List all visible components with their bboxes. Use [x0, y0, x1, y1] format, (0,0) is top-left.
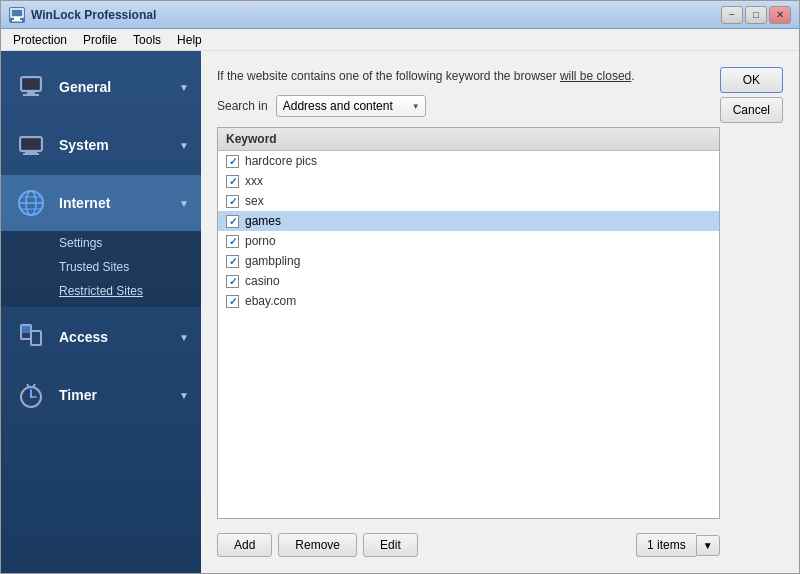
internet-icon [13, 185, 49, 221]
svg-rect-8 [22, 139, 40, 149]
items-arrow-button[interactable]: ▼ [696, 535, 720, 556]
access-icon [13, 319, 49, 355]
close-button[interactable]: ✕ [769, 6, 791, 24]
svg-rect-2 [12, 20, 22, 22]
edit-button[interactable]: Edit [363, 533, 418, 557]
menu-bar: Protection Profile Tools Help [1, 29, 799, 51]
system-label: System [59, 137, 169, 153]
sidebar-item-timer[interactable]: Timer ▼ [1, 367, 201, 423]
keyword-checkbox-5[interactable] [226, 235, 239, 248]
general-chevron: ▼ [179, 82, 189, 93]
system-icon [13, 127, 49, 163]
bottom-bar: Add Remove Edit 1 items ▼ [217, 529, 720, 557]
sidebar: General ▼ System ▼ [1, 51, 201, 573]
sidebar-section-system: System ▼ [1, 117, 201, 173]
keyword-checkbox-4[interactable] [226, 215, 239, 228]
keyword-text-2: xxx [245, 174, 263, 188]
minimize-button[interactable]: − [721, 6, 743, 24]
general-icon [13, 69, 49, 105]
sidebar-sub-restricted[interactable]: Restricted Sites [1, 279, 201, 303]
general-label: General [59, 79, 169, 95]
sidebar-item-system[interactable]: System ▼ [1, 117, 201, 173]
keyword-text-5: porno [245, 234, 276, 248]
keyword-row[interactable]: hardcore pics [218, 151, 719, 171]
access-label: Access [59, 329, 169, 345]
keyword-row[interactable]: gambpling [218, 251, 719, 271]
menu-profile[interactable]: Profile [75, 31, 125, 49]
search-select-wrapper: Address and content Address only Content… [276, 95, 426, 117]
menu-help[interactable]: Help [169, 31, 210, 49]
keyword-row-selected[interactable]: games [218, 211, 719, 231]
svg-line-23 [33, 384, 35, 387]
search-label: Search in [217, 99, 268, 113]
keyword-checkbox-3[interactable] [226, 195, 239, 208]
sidebar-section-general: General ▼ [1, 59, 201, 115]
app-icon [9, 7, 25, 23]
keyword-text-4: games [245, 214, 281, 228]
window-controls: − □ ✕ [721, 6, 791, 24]
svg-rect-10 [23, 153, 39, 155]
sidebar-section-internet: Internet ▼ Settings Trusted Sites Restri… [1, 175, 201, 307]
description: If the website contains one of the follo… [217, 67, 720, 85]
sidebar-item-internet[interactable]: Internet ▼ [1, 175, 201, 231]
keyword-text-1: hardcore pics [245, 154, 317, 168]
keyword-text-8: ebay.com [245, 294, 296, 308]
keyword-row[interactable]: sex [218, 191, 719, 211]
sidebar-sub-settings[interactable]: Settings [1, 231, 201, 255]
keyword-checkbox-8[interactable] [226, 295, 239, 308]
svg-rect-18 [21, 325, 31, 333]
keyword-checkbox-2[interactable] [226, 175, 239, 188]
items-main-button[interactable]: 1 items [636, 533, 696, 557]
cancel-button[interactable]: Cancel [720, 97, 783, 123]
maximize-button[interactable]: □ [745, 6, 767, 24]
main-panel: If the website contains one of the follo… [201, 51, 720, 573]
svg-rect-0 [11, 9, 23, 17]
internet-submenu: Settings Trusted Sites Restricted Sites [1, 231, 201, 307]
remove-button[interactable]: Remove [278, 533, 357, 557]
svg-line-22 [27, 384, 29, 387]
window-title: WinLock Professional [31, 8, 156, 22]
svg-rect-17 [31, 331, 41, 345]
sidebar-section-access: Access ▼ [1, 309, 201, 365]
keyword-row[interactable]: ebay.com [218, 291, 719, 311]
sidebar-item-general[interactable]: General ▼ [1, 59, 201, 115]
side-buttons: OK Cancel [720, 51, 799, 573]
keyword-checkbox-7[interactable] [226, 275, 239, 288]
timer-chevron: ▼ [179, 390, 189, 401]
keyword-checkbox-1[interactable] [226, 155, 239, 168]
menu-tools[interactable]: Tools [125, 31, 169, 49]
keyword-text-6: gambpling [245, 254, 300, 268]
search-select[interactable]: Address and content Address only Content… [276, 95, 426, 117]
add-button[interactable]: Add [217, 533, 272, 557]
access-chevron: ▼ [179, 332, 189, 343]
title-bar-left: WinLock Professional [9, 7, 156, 23]
keyword-row[interactable]: porno [218, 231, 719, 251]
svg-rect-9 [25, 151, 37, 153]
sidebar-section-timer: Timer ▼ [1, 367, 201, 423]
keyword-checkbox-6[interactable] [226, 255, 239, 268]
keyword-text-7: casino [245, 274, 280, 288]
sidebar-item-access[interactable]: Access ▼ [1, 309, 201, 365]
search-row: Search in Address and content Address on… [217, 95, 720, 117]
svg-rect-4 [23, 79, 39, 89]
menu-protection[interactable]: Protection [5, 31, 75, 49]
main-area: If the website contains one of the follo… [201, 51, 799, 573]
svg-rect-6 [23, 94, 39, 96]
ok-button[interactable]: OK [720, 67, 783, 93]
sidebar-sub-trusted[interactable]: Trusted Sites [1, 255, 201, 279]
keyword-row[interactable]: xxx [218, 171, 719, 191]
internet-chevron: ▼ [179, 198, 189, 209]
svg-rect-1 [14, 17, 20, 20]
internet-label: Internet [59, 195, 169, 211]
keyword-row[interactable]: casino [218, 271, 719, 291]
keyword-table: Keyword hardcore pics xxx sex [217, 127, 720, 519]
svg-rect-5 [27, 91, 35, 94]
timer-icon [13, 377, 49, 413]
keyword-text-3: sex [245, 194, 264, 208]
items-split-button: 1 items ▼ [636, 533, 720, 557]
keyword-header: Keyword [218, 128, 719, 151]
title-bar: WinLock Professional − □ ✕ [1, 1, 799, 29]
content-area: General ▼ System ▼ [1, 51, 799, 573]
main-window: WinLock Professional − □ ✕ Protection Pr… [0, 0, 800, 574]
system-chevron: ▼ [179, 140, 189, 151]
